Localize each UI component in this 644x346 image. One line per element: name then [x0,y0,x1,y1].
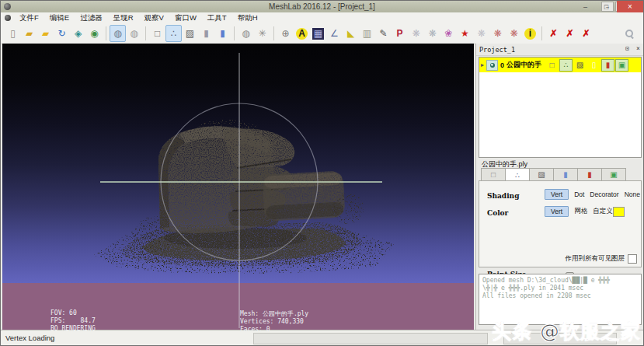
layer-points-icon[interactable]: ∴ [559,59,573,72]
open-mesh-icon[interactable]: ▰ [37,25,54,42]
star-tool-icon[interactable]: ★ [457,25,473,42]
hud-render-info: FOV: 60FPS: 84.7BO_RENDERING [50,286,96,331]
menu-tools[interactable]: 工具T [202,13,232,23]
shading-none[interactable]: None [625,190,640,198]
shading-options: VertDotDecoratorNone [545,189,640,200]
menu-help[interactable]: 帮助H [232,13,263,23]
mesh-tool2-icon[interactable]: ❋ [424,25,440,42]
current-mesh-icon[interactable]: ◍ [126,25,142,42]
stamp-icon[interactable]: ▥ [359,25,375,42]
mesh-tool4-icon[interactable]: ❋ [489,25,506,42]
menu-view[interactable]: 观察V [139,13,169,23]
menu-file[interactable]: 文件F [14,13,44,23]
layer-texture-icon[interactable]: ▮ [601,59,614,72]
smooth-mode-icon[interactable]: ▮ [214,25,231,42]
watermark: 头条 @软服之家 [492,319,641,344]
selection-mode-icon[interactable]: ◍ [238,25,254,42]
layers-list: ▸ 0 公园中的手 □∴▨▯▮▣ [479,57,642,158]
layer-bbox-icon[interactable]: □ [545,59,559,72]
dock-float-button[interactable]: ⊡ [623,44,632,53]
hand-sculpture [94,120,395,274]
mesh-tool5-icon[interactable]: ❋ [506,25,522,42]
bunny-icon[interactable]: ❀ [440,25,457,42]
shading-dot[interactable]: Dot [574,190,584,198]
pick-point-icon[interactable]: A [294,25,310,42]
tab-camera[interactable]: ▣ [601,168,626,181]
layer-light-icon[interactable]: ▯ [587,59,600,72]
layer-wireframe-icon[interactable]: ▨ [573,59,587,72]
dock-header: Project_1 ⊡ × [476,44,644,56]
hud-line: BO_RENDERING [50,325,96,331]
viewport-3d[interactable]: FOV: 60FPS: 84.7BO_RENDERING Mesh: 公园中的手… [2,44,474,331]
log-line: Opened mesh D:\3d_cloud\██|█ e ╬╬╬ [482,277,638,285]
mesh-tool3-icon[interactable]: ❋ [473,25,489,42]
tab-texture[interactable]: ▮ [577,168,601,181]
dock-close-button[interactable]: × [634,44,642,53]
shading-decorator[interactable]: Decorator [590,190,618,198]
new-project-icon[interactable]: ▯ [5,25,21,42]
snapshot-icon[interactable]: ◉ [86,25,103,42]
apply-all-label: 作用到所有可见图层 [566,254,625,264]
dock-title: Project_1 [479,46,515,54]
menu-bar: 文件F 编辑E 过滤器 呈现R 观察V 窗口W 工具T [1,12,643,23]
color-custom[interactable]: 自定义 [593,207,613,216]
minimize-button[interactable]: – [575,1,596,12]
info-icon[interactable]: i [522,25,538,42]
delete-current-mesh-icon[interactable]: ✗ [545,25,562,42]
delete-all-meshes-icon[interactable]: ✗ [562,25,578,42]
pp-filter-icon[interactable]: P [392,25,408,42]
hud-line: Vertices: 740,330 [240,318,315,326]
search-icon[interactable] [625,29,635,39]
menu-filters[interactable]: 过滤器 [75,13,108,23]
tab-solid[interactable]: ▮ [553,168,577,181]
toolbar-separator [541,26,542,40]
apply-all-checkbox[interactable] [628,254,637,264]
hud-line: FPS: 84.7 [50,317,96,325]
log-line: \╬|╬ e ╬╬╬.ply in 2041 msec [482,285,638,292]
visibility-eye-icon[interactable] [486,60,498,71]
layer-index: 0 [500,61,504,69]
delete-rasters-icon[interactable]: ✗ [578,25,594,42]
menu-item-label: 呈现R [113,13,134,22]
layer-camera-icon[interactable]: ▣ [615,59,628,72]
menu-render[interactable]: 呈现R [108,13,139,23]
toolbar-separator [106,26,106,40]
toolbar-separator [273,26,274,40]
toolbar: ▯▰▰↻◈◉◍◍□∴▨▮▮◍✳⊕A▦∠◣▥✎P❋❋❀★❋❋❋i✗✗✗ [1,23,643,44]
expand-arrow-icon[interactable]: ▸ [481,61,484,68]
save-icon[interactable]: ◈ [70,25,86,42]
reload-icon[interactable]: ↻ [54,25,70,42]
trackball-icon[interactable]: ⊕ [277,25,294,42]
paint-icon[interactable]: ✎ [375,25,392,42]
show-layers-dialog-icon[interactable]: ◍ [110,25,126,42]
bbox-mode-icon[interactable]: □ [149,25,165,42]
tab-bbox[interactable]: □ [481,168,505,181]
toolbar-separator [234,26,235,40]
maximize-button[interactable]: □ [596,1,617,12]
menu-item-label: 文件F [19,13,39,22]
progress-field-1 [253,333,488,344]
custom-color-swatch[interactable] [613,207,625,217]
color-vert[interactable]: Vert [545,206,569,217]
menu-item-label: 窗口W [175,13,197,22]
meshlab-window: MeshLab 2016.12 - [Project_1] – □ × 文件F … [0,0,644,346]
magnet-icon[interactable]: ◣ [343,25,359,42]
points-mode-icon[interactable]: ∴ [165,25,182,42]
wireframe-mode-icon[interactable]: ▨ [182,25,198,42]
flat-mode-icon[interactable]: ▮ [198,25,214,42]
project-icon [5,15,11,21]
open-project-icon[interactable]: ▰ [21,25,37,42]
color-mesh[interactable]: 网格 [574,207,587,216]
close-button[interactable]: × [617,1,643,12]
menu-edit[interactable]: 编辑E [44,13,75,23]
layer-row[interactable]: ▸ 0 公园中的手 □∴▨▯▮▣ [479,58,641,72]
background-icon[interactable]: ▦ [310,25,326,42]
tab-wireframe[interactable]: ▨ [529,168,553,181]
mesh-tool1-icon[interactable]: ❋ [408,25,424,42]
shading-vert[interactable]: Vert [545,189,569,200]
light-tool-icon[interactable]: ✳ [254,25,270,42]
measure-icon[interactable]: ∠ [326,25,343,42]
toolbar-icons: ▯▰▰↻◈◉◍◍□∴▨▮▮◍✳⊕A▦∠◣▥✎P❋❋❀★❋❋❋i✗✗✗ [5,25,594,42]
menu-windows[interactable]: 窗口W [169,13,202,23]
menu-item-label: 观察V [144,13,164,22]
